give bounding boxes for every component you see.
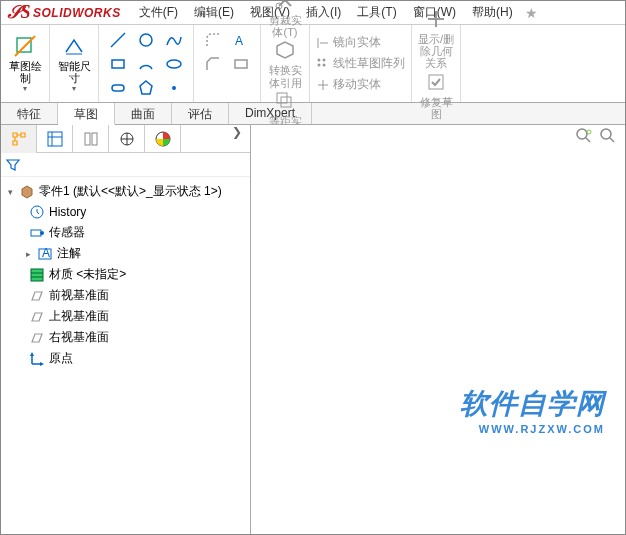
ellipse-tool[interactable]: [161, 53, 187, 75]
svg-rect-37: [31, 269, 43, 281]
slot-tool[interactable]: [105, 77, 131, 99]
filter-row: [1, 153, 250, 177]
tree-history[interactable]: History: [1, 202, 250, 222]
zoom-icon[interactable]: [599, 127, 617, 145]
svg-rect-5: [112, 60, 124, 68]
svg-marker-8: [140, 81, 152, 94]
expand-icon[interactable]: ▸: [23, 249, 33, 259]
tree-sensor[interactable]: 传感器: [1, 222, 250, 243]
svg-rect-15: [281, 97, 291, 107]
svg-line-1: [15, 36, 35, 56]
tree-history-label: History: [49, 205, 86, 219]
ribbon-group-sketch: 草图绘制 ▾: [1, 25, 50, 102]
plane-icon: [29, 288, 45, 304]
arc-tool[interactable]: [133, 53, 159, 75]
menu-edit[interactable]: 编辑(E): [186, 2, 242, 23]
sketch-label: 草图绘制: [5, 60, 45, 84]
convert-label: 转换实体引用: [265, 64, 305, 88]
feature-tree: ▾ 零件1 (默认<<默认>_显示状态 1>) History 传感器 ▸ A …: [1, 177, 250, 373]
smartdim-label: 智能尺寸: [54, 60, 94, 84]
tab-evaluate[interactable]: 评估: [172, 103, 229, 124]
smartdim-button[interactable]: 智能尺寸 ▾: [54, 29, 94, 99]
repair-label: 修复草图: [416, 96, 456, 120]
collapse-icon[interactable]: ▾: [5, 187, 15, 197]
trim-button[interactable]: 剪裁实体(T): [265, 0, 305, 38]
mirror-button[interactable]: 镜向实体: [316, 34, 405, 51]
svg-point-47: [601, 129, 611, 139]
tab-surface[interactable]: 曲面: [115, 103, 172, 124]
svg-rect-14: [277, 93, 287, 103]
tree-annot-label: 注解: [57, 245, 81, 262]
panel-tab-property[interactable]: [37, 125, 73, 153]
trim-icon: [273, 0, 297, 12]
logo-s-icon: 𝒮S: [7, 2, 31, 23]
point-tool[interactable]: [161, 77, 187, 99]
move-button[interactable]: 移动实体: [316, 76, 405, 93]
tree-right-plane[interactable]: 右视基准面: [1, 327, 250, 348]
pattern-button[interactable]: 线性草图阵列: [316, 55, 405, 72]
polygon-tool[interactable]: [133, 77, 159, 99]
trim-label: 剪裁实体(T): [265, 14, 305, 38]
svg-rect-0: [17, 38, 31, 52]
plane-tool[interactable]: [228, 53, 254, 75]
spline-tool[interactable]: [161, 29, 187, 51]
tree-annot[interactable]: ▸ A 注解: [1, 243, 250, 264]
watermark: 软件自学网 WWW.RJZXW.COM: [460, 385, 605, 435]
tree-origin[interactable]: 原点: [1, 348, 250, 369]
svg-point-34: [40, 231, 44, 235]
feature-tabs: 特征 草图 曲面 评估 DimXpert: [1, 103, 625, 125]
svg-text:A: A: [42, 246, 50, 260]
panel-tab-appearance[interactable]: [145, 125, 181, 153]
svg-point-18: [318, 63, 321, 66]
display-relations-label: 显示/删除几何关系: [416, 33, 456, 69]
tree-root[interactable]: ▾ 零件1 (默认<<默认>_显示状态 1>): [1, 181, 250, 202]
tab-feature[interactable]: 特征: [1, 103, 58, 124]
panel-tab-featuretree[interactable]: [1, 125, 37, 153]
smartdim-icon: [62, 34, 86, 58]
svg-point-16: [318, 58, 321, 61]
display-relations-button[interactable]: 显示/删除几何关系: [416, 7, 456, 69]
tree-top-plane[interactable]: 上视基准面: [1, 306, 250, 327]
feature-panel: ❯ ▾ 零件1 (默认<<默认>_显示状态 1>) History 传感器 ▸ …: [1, 125, 251, 535]
zoom-fit-icon[interactable]: [575, 127, 593, 145]
viewport[interactable]: 软件自学网 WWW.RJZXW.COM: [251, 125, 625, 535]
panel-tab-dimension[interactable]: [109, 125, 145, 153]
repair-icon: [424, 70, 448, 94]
svg-text:A: A: [235, 34, 243, 48]
ribbon: 草图绘制 ▾ 智能尺寸 ▾ A: [1, 25, 625, 103]
svg-point-19: [323, 63, 326, 66]
text-tool[interactable]: A: [228, 29, 254, 51]
svg-rect-26: [85, 133, 90, 145]
svg-marker-42: [30, 352, 34, 356]
svg-rect-23: [48, 132, 62, 146]
menu-star-icon[interactable]: ★: [525, 5, 538, 21]
panel-tab-config[interactable]: [73, 125, 109, 153]
convert-button[interactable]: 转换实体引用: [265, 38, 305, 88]
svg-marker-43: [40, 362, 44, 366]
plane-icon: [29, 309, 45, 325]
repair-button[interactable]: 修复草图: [416, 70, 456, 120]
panel-tabs: ❯: [1, 125, 250, 153]
annot-icon: A: [37, 246, 53, 262]
menu-file[interactable]: 文件(F): [131, 2, 186, 23]
rect-tool[interactable]: [105, 53, 131, 75]
line-tool[interactable]: [105, 29, 131, 51]
panel-expand-icon[interactable]: ❯: [224, 125, 250, 152]
sketch-icon: [13, 34, 37, 58]
svg-point-6: [167, 60, 181, 68]
menu-insert[interactable]: 插入(I): [298, 2, 349, 23]
menu-help[interactable]: 帮助(H): [464, 2, 521, 23]
sketch-button[interactable]: 草图绘制 ▾: [5, 29, 45, 99]
ribbon-group-drawtools2: A: [194, 25, 261, 102]
history-icon: [29, 204, 45, 220]
tree-material[interactable]: 材质 <未指定>: [1, 264, 250, 285]
tab-sketch[interactable]: 草图: [58, 103, 115, 125]
part-icon: [19, 184, 35, 200]
chamfer-tool[interactable]: [200, 53, 226, 75]
menu-tools[interactable]: 工具(T): [349, 2, 404, 23]
fillet-tool[interactable]: [200, 29, 226, 51]
circle-tool[interactable]: [133, 29, 159, 51]
filter-icon[interactable]: [5, 157, 21, 173]
chevron-down-icon: ▾: [23, 85, 27, 94]
tree-front-plane[interactable]: 前视基准面: [1, 285, 250, 306]
